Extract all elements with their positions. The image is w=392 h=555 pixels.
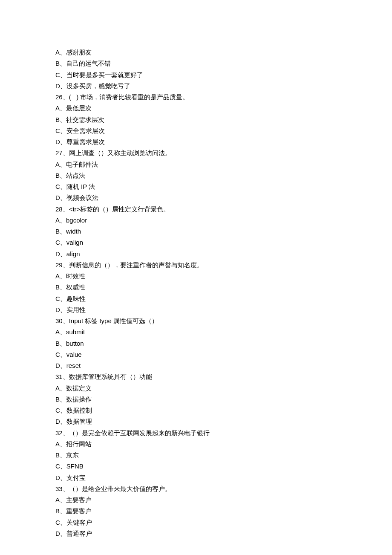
text-line: 29、判断信息的（），要注重作者的声誉与知名度。 [55, 260, 337, 271]
text-line: D、普通客户 [55, 528, 337, 539]
document-page: A、感谢朋友 B、自己的运气不错 C、当时要是多买一套就更好了 D、没多买房，感… [0, 0, 392, 555]
text-line: C、当时要是多买一套就更好了 [55, 69, 337, 81]
text-line: D、视频会议法 [55, 192, 337, 203]
text-line: 31、数据库管理系统具有（）功能 [55, 371, 337, 382]
text-line: A、bgcolor [55, 215, 337, 226]
text-line: A、招行网站 [55, 439, 337, 450]
text-line: 33、（）是给企业带来最大价值的客户。 [55, 483, 337, 494]
text-line: A、submit [55, 327, 337, 338]
text-line: C、SFNB [55, 461, 337, 472]
text-line: B、京东 [55, 450, 337, 461]
text-line: C、随机 IP 法 [55, 181, 337, 192]
text-line: C、关键客户 [55, 517, 337, 528]
text-line: C、value [55, 349, 337, 360]
text-line: D、没多买房，感觉吃亏了 [55, 81, 337, 92]
text-line: C、趣味性 [55, 293, 337, 304]
text-line: A、感谢朋友 [55, 47, 337, 58]
text-line: A、最低层次 [55, 103, 337, 114]
text-line: D、align [55, 249, 337, 260]
text-line: A、时效性 [55, 271, 337, 282]
text-line: B、自己的运气不错 [55, 58, 337, 69]
text-line: C、valign [55, 237, 337, 248]
text-line: C、安全需求层次 [55, 125, 337, 136]
text-line: 27、网上调查（）又称主动浏览访问法。 [55, 147, 337, 159]
text-line: B、社交需求层次 [55, 114, 337, 125]
text-line: D、数据管理 [55, 416, 337, 427]
text-line: B、权威性 [55, 282, 337, 293]
text-line: B、数据操作 [55, 394, 337, 405]
text-line: D、支付宝 [55, 472, 337, 483]
text-line: A、电子邮件法 [55, 159, 337, 170]
text-line: D、尊重需求层次 [55, 136, 337, 147]
text-line: C、数据控制 [55, 405, 337, 416]
text-line: A、数据定义 [55, 383, 337, 394]
text-line: 26、( ) 市场，消费者比较看重的是产品质量。 [55, 92, 337, 103]
text-line: 30、Input 标签 type 属性值可选（） [55, 315, 337, 327]
text-line: B、button [55, 338, 337, 349]
text-line: B、width [55, 226, 337, 237]
text-line: B、站点法 [55, 170, 337, 181]
text-line: D、实用性 [55, 304, 337, 315]
text-line: 32、（）是完全依赖于互联网发展起来的新兴电子银行 [55, 428, 337, 439]
text-line: D、reset [55, 360, 337, 371]
text-line: B、重要客户 [55, 506, 337, 517]
text-line: 28、<tr>标签的（）属性定义行背景色。 [55, 204, 337, 215]
text-line: A、主要客户 [55, 494, 337, 506]
